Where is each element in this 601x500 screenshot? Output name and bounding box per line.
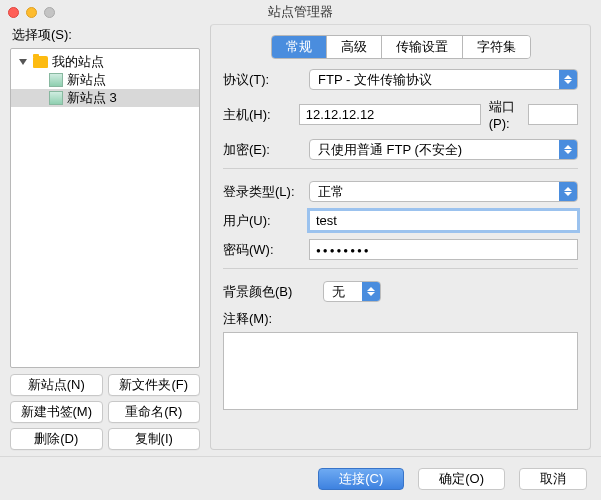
logon-type-label: 登录类型(L): — [223, 183, 301, 201]
tree-item-label: 新站点 — [67, 71, 106, 89]
tree-item-selected[interactable]: 新站点 3 — [11, 89, 199, 107]
tab-bar: 常规 高级 传输设置 字符集 — [223, 35, 578, 59]
cancel-button[interactable]: 取消 — [519, 468, 587, 490]
delete-button[interactable]: 删除(D) — [10, 428, 103, 450]
port-input[interactable] — [528, 104, 578, 125]
encryption-label: 加密(E): — [223, 141, 301, 159]
new-bookmark-button[interactable]: 新建书签(M) — [10, 401, 103, 423]
tree-item[interactable]: 新站点 — [11, 71, 199, 89]
comment-textarea[interactable] — [223, 332, 578, 410]
titlebar: 站点管理器 — [0, 0, 601, 24]
tab-charset[interactable]: 字符集 — [463, 36, 530, 58]
server-icon — [49, 73, 63, 87]
bgcolor-value: 无 — [332, 283, 362, 301]
comment-label: 注释(M): — [223, 310, 315, 328]
dialog-footer: 连接(C) 确定(O) 取消 — [0, 456, 601, 500]
protocol-select[interactable]: FTP - 文件传输协议 — [309, 69, 578, 90]
bgcolor-label: 背景颜色(B) — [223, 283, 315, 301]
server-icon — [49, 91, 63, 105]
logon-type-value: 正常 — [318, 183, 559, 201]
copy-button[interactable]: 复制(I) — [108, 428, 201, 450]
left-pane: 选择项(S): 我的站点 新站点 新站点 3 新站点(N) 新文件夹(F) 新建… — [10, 24, 200, 450]
window-title: 站点管理器 — [0, 3, 601, 21]
tree-item-label: 新站点 3 — [67, 89, 117, 107]
protocol-value: FTP - 文件传输协议 — [318, 71, 559, 89]
tab-general[interactable]: 常规 — [272, 36, 327, 58]
dropdown-arrows-icon — [559, 70, 577, 89]
dropdown-arrows-icon — [362, 282, 380, 301]
user-input[interactable] — [309, 210, 578, 231]
dropdown-arrows-icon — [559, 140, 577, 159]
folder-icon — [33, 56, 48, 68]
connect-button[interactable]: 连接(C) — [318, 468, 404, 490]
right-pane: 常规 高级 传输设置 字符集 协议(T): FTP - 文件传输协议 主机(H)… — [210, 24, 591, 450]
tab-advanced[interactable]: 高级 — [327, 36, 382, 58]
new-site-button[interactable]: 新站点(N) — [10, 374, 103, 396]
encryption-value: 只使用普通 FTP (不安全) — [318, 141, 559, 159]
disclosure-triangle-icon[interactable] — [19, 59, 27, 65]
logon-type-select[interactable]: 正常 — [309, 181, 578, 202]
password-input[interactable]: ●●●●●●●● — [309, 239, 578, 260]
user-label: 用户(U): — [223, 212, 301, 230]
password-label: 密码(W): — [223, 241, 301, 259]
rename-button[interactable]: 重命名(R) — [108, 401, 201, 423]
new-folder-button[interactable]: 新文件夹(F) — [108, 374, 201, 396]
divider — [223, 168, 578, 169]
site-tree[interactable]: 我的站点 新站点 新站点 3 — [10, 48, 200, 368]
host-input[interactable] — [299, 104, 481, 125]
encryption-select[interactable]: 只使用普通 FTP (不安全) — [309, 139, 578, 160]
tree-root-label: 我的站点 — [52, 53, 104, 71]
port-label: 端口(P): — [489, 98, 522, 131]
divider — [223, 268, 578, 269]
protocol-label: 协议(T): — [223, 71, 301, 89]
dropdown-arrows-icon — [559, 182, 577, 201]
select-label: 选择项(S): — [12, 26, 200, 44]
bgcolor-select[interactable]: 无 — [323, 281, 381, 302]
host-label: 主机(H): — [223, 106, 291, 124]
tree-root[interactable]: 我的站点 — [11, 53, 199, 71]
ok-button[interactable]: 确定(O) — [418, 468, 505, 490]
tab-transfer[interactable]: 传输设置 — [382, 36, 463, 58]
